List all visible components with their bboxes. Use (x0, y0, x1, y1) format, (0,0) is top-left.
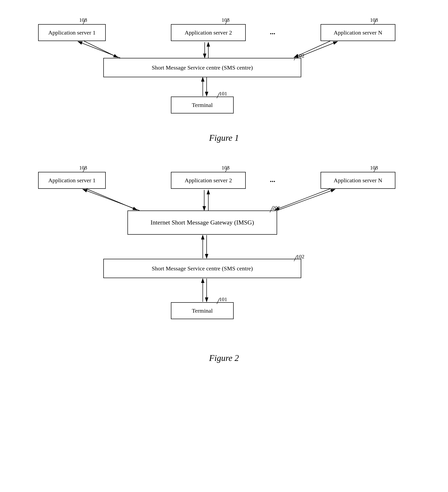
fig2-refn-tick: ╱ (374, 167, 377, 172)
fig1-terminal-label: Terminal (192, 102, 213, 108)
fig2-ref1-tick: ╱ (83, 167, 86, 172)
page: Application server 1 103 ╱ Application s… (0, 0, 448, 492)
figure2-diagram: Application server 1 103 ╱ Application s… (31, 157, 417, 346)
fig2-imsg-ref: 201 (272, 205, 280, 211)
fig2-ref2-tick: ╱ (225, 167, 228, 172)
svg-line-14 (83, 189, 140, 211)
fig2-app-server-1-box: Application server 1 (38, 172, 106, 189)
fig2-imsg-tick: ╱ (270, 207, 273, 213)
fig2-app-server-n-label: Application server N (334, 177, 382, 184)
figure1-section: Application server 1 103 ╱ Application s… (14, 10, 434, 143)
svg-line-5 (84, 41, 118, 57)
svg-line-15 (86, 189, 137, 210)
fig2-app-server-1-label: Application server 1 (48, 177, 96, 184)
fig2-terminal-box: Terminal (171, 302, 234, 319)
fig1-app-server-1-box: Application server 1 (38, 24, 106, 41)
fig1-terminal-tick: ╱ (217, 92, 220, 98)
fig1-app-server-n-box: Application server N (321, 24, 395, 41)
fig1-terminal-ref: 101 (219, 91, 227, 97)
figure1-caption: Figure 1 (209, 133, 239, 143)
fig1-dots: ··· (270, 30, 275, 38)
svg-line-18 (277, 189, 335, 211)
fig2-sms-centre-label: Short Message Service centre (SMS centre… (152, 265, 253, 272)
fig1-terminal-box: Terminal (171, 97, 234, 113)
figure2-section: Application server 1 103 ╱ Application s… (14, 157, 434, 363)
fig1-refn-tick: ╱ (374, 19, 377, 25)
fig2-terminal-tick: ╱ (217, 298, 220, 304)
fig2-sms-ref: 102 (296, 254, 304, 260)
fig1-app-server-n-label: Application server N (334, 30, 382, 36)
fig1-sms-ref: 102 (296, 53, 304, 59)
fig1-sms-tick: ╱ (294, 55, 297, 60)
svg-line-19 (275, 189, 330, 210)
fig2-terminal-ref: 101 (219, 296, 227, 302)
fig1-sms-centre-label: Short Message Service centre (SMS centre… (152, 64, 253, 71)
fig2-sms-centre-box: Short Message Service centre (SMS centre… (103, 259, 301, 278)
fig1-ref1-tick: ╱ (83, 19, 86, 25)
figure2-caption: Figure 2 (209, 353, 239, 363)
fig1-app-server-2-label: Application server 2 (185, 30, 232, 36)
fig2-app-server-2-label: Application server 2 (185, 177, 232, 184)
svg-line-4 (78, 41, 120, 58)
fig2-dots: ··· (270, 177, 275, 185)
fig1-ref2-tick: ╱ (225, 19, 228, 25)
figure1-diagram: Application server 1 103 ╱ Application s… (31, 10, 417, 125)
fig1-sms-centre-box: Short Message Service centre (SMS centre… (103, 58, 301, 77)
fig2-app-server-2-box: Application server 2 (171, 172, 246, 189)
fig2-sms-tick: ╱ (294, 256, 297, 261)
fig2-app-server-n-box: Application server N (321, 172, 395, 189)
fig2-terminal-label: Terminal (192, 308, 213, 314)
fig2-imsg-label: Internet Short Message Gateway (IMSG) (151, 219, 254, 226)
fig1-app-server-2-box: Application server 2 (171, 24, 246, 41)
fig1-app-server-1-label: Application server 1 (48, 30, 96, 36)
fig2-imsg-box: Internet Short Message Gateway (IMSG) (127, 211, 277, 235)
